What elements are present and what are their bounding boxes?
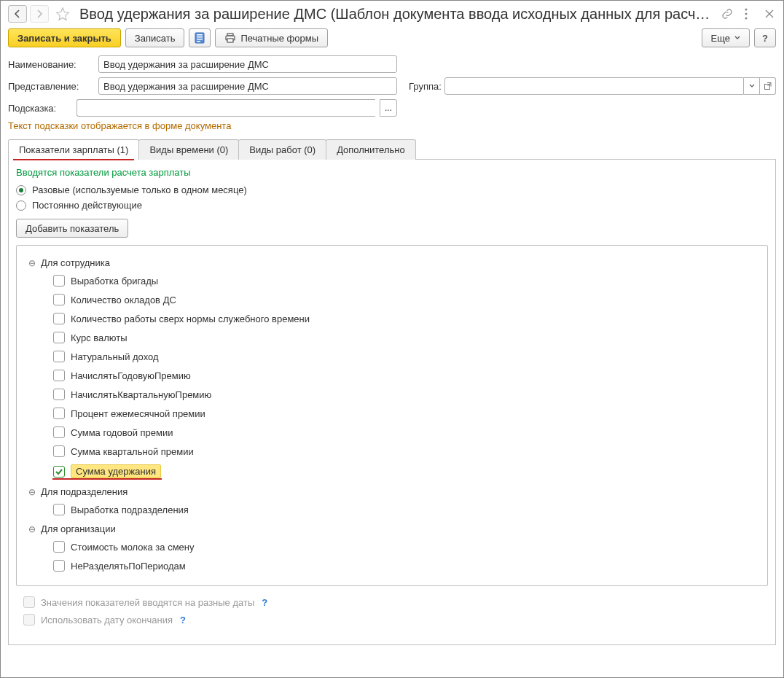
more-label: Еще <box>711 33 730 44</box>
save-button[interactable]: Записать <box>125 28 185 47</box>
tree-item[interactable]: Сумма годовой премии <box>23 423 761 442</box>
item-label: Стоимость молока за смену <box>71 542 195 553</box>
forward-button[interactable] <box>30 5 49 23</box>
footer-opt2-label: Использовать дату окончания <box>41 615 173 626</box>
item-label: НачислятьКвартальнуюПремию <box>71 389 211 400</box>
item-label: Выработка бригады <box>71 276 158 287</box>
tree-item-selected[interactable]: Сумма удержания <box>23 461 761 482</box>
add-indicator-button[interactable]: Добавить показатель <box>16 219 128 238</box>
group-label: Группа: <box>409 81 442 92</box>
hint-input[interactable] <box>77 99 375 117</box>
back-button[interactable] <box>8 5 27 23</box>
svg-rect-5 <box>197 36 203 38</box>
svg-point-0 <box>745 9 748 11</box>
tree-item[interactable]: Выработка бригады <box>23 271 761 290</box>
group-input[interactable] <box>444 77 744 95</box>
name-input[interactable] <box>98 55 397 73</box>
checkbox-checked[interactable] <box>53 466 65 478</box>
tree-item[interactable]: Курс валюты <box>23 328 761 347</box>
checkbox-disabled <box>23 614 35 626</box>
svg-point-1 <box>745 13 748 15</box>
tree-item[interactable]: НачислятьГодовуюПремию <box>23 366 761 385</box>
form-icon <box>195 32 205 44</box>
hint-open-button[interactable]: ... <box>380 99 397 117</box>
group-open-button[interactable] <box>760 77 776 95</box>
checkbox[interactable] <box>53 294 65 305</box>
kebab-menu-icon[interactable] <box>740 7 753 20</box>
checkbox[interactable] <box>53 504 65 515</box>
help-icon[interactable]: ? <box>262 597 267 608</box>
tree-item[interactable]: Натуральный доход <box>23 347 761 366</box>
tree-item[interactable]: Количество окладов ДС <box>23 290 761 309</box>
save-and-close-button[interactable]: Записать и закрыть <box>8 28 121 47</box>
group-dropdown-button[interactable] <box>744 77 760 95</box>
tree-item[interactable]: Количество работы сверх нормы служебного… <box>23 309 761 328</box>
checkbox[interactable] <box>53 408 65 419</box>
tab-label: Дополнительно <box>337 144 405 155</box>
svg-rect-10 <box>227 39 233 42</box>
checkbox[interactable] <box>53 370 65 381</box>
link-icon[interactable] <box>721 7 734 20</box>
close-icon[interactable] <box>763 7 776 20</box>
tab-label: Показатели зарплаты (1) <box>19 144 128 155</box>
tree-item[interactable]: Сумма квартальной премии <box>23 442 761 461</box>
active-marker <box>13 159 134 160</box>
tree-item[interactable]: НеРазделятьПоПериодам <box>23 556 761 575</box>
item-label-highlighted: Сумма удержания <box>71 464 161 478</box>
group-label: Для сотрудника <box>41 257 110 268</box>
checkbox[interactable] <box>53 560 65 572</box>
tree-item[interactable]: Процент ежемесячной премии <box>23 404 761 423</box>
collapse-icon: ⊖ <box>27 524 36 534</box>
checkbox-disabled <box>23 596 35 608</box>
chevron-down-icon <box>734 36 740 40</box>
tree-item[interactable]: Выработка подразделения <box>23 500 761 519</box>
svg-rect-4 <box>197 34 203 36</box>
tree-group-employee[interactable]: ⊖ Для сотрудника <box>23 253 761 271</box>
form-button[interactable] <box>189 28 211 47</box>
tree-group-organization[interactable]: ⊖ Для организации <box>23 519 761 537</box>
tab-label: Виды работ (0) <box>249 144 315 155</box>
item-label: Количество окладов ДС <box>71 295 176 305</box>
chevron-down-icon <box>749 84 755 88</box>
favorite-star-icon[interactable] <box>55 6 71 22</box>
help-button[interactable]: ? <box>754 28 776 47</box>
tree-group-department[interactable]: ⊖ Для подразделения <box>23 482 761 500</box>
svg-rect-7 <box>197 41 200 42</box>
collapse-icon: ⊖ <box>27 487 36 496</box>
item-label: Сумма годовой премии <box>71 427 173 438</box>
checkbox[interactable] <box>53 332 65 343</box>
checkbox[interactable] <box>53 445 65 457</box>
tab-work-types[interactable]: Виды работ (0) <box>238 139 326 160</box>
tab-additional[interactable]: Дополнительно <box>326 139 416 160</box>
svg-rect-9 <box>227 34 233 36</box>
save-label: Записать <box>135 33 176 44</box>
print-forms-button[interactable]: Печатные формы <box>215 28 328 47</box>
help-icon[interactable]: ? <box>180 615 186 626</box>
more-button[interactable]: Еще <box>702 28 750 47</box>
tree-item[interactable]: НачислятьКвартальнуюПремию <box>23 385 761 404</box>
hint-ellipsis: ... <box>385 103 392 113</box>
checkbox[interactable] <box>53 275 65 287</box>
collapse-icon: ⊖ <box>27 258 36 268</box>
tab-time-types[interactable]: Виды времени (0) <box>138 139 239 160</box>
checkbox[interactable] <box>53 313 65 324</box>
checkbox[interactable] <box>53 541 65 553</box>
item-label: Курс валюты <box>71 332 128 343</box>
radio-const[interactable]: Постоянно действующие <box>16 198 768 213</box>
radio-once[interactable]: Разовые (используемые только в одном мес… <box>16 182 768 198</box>
arrow-left-icon <box>13 9 22 18</box>
svg-point-2 <box>745 17 748 20</box>
group-label: Для подразделения <box>41 486 128 497</box>
selection-marker <box>52 478 162 480</box>
present-input[interactable] <box>98 77 397 95</box>
checkbox[interactable] <box>53 389 65 400</box>
tree-item[interactable]: Стоимость молока за смену <box>23 537 761 556</box>
add-indicator-label: Добавить показатель <box>26 223 119 234</box>
print-forms-label: Печатные формы <box>240 33 318 44</box>
svg-rect-6 <box>197 39 203 40</box>
checkbox[interactable] <box>53 426 65 438</box>
radio-const-label: Постоянно действующие <box>32 200 142 211</box>
checkbox[interactable] <box>53 351 65 362</box>
panel-heading: Вводятся показатели расчета зарплаты <box>16 167 768 178</box>
tab-salary-indicators[interactable]: Показатели зарплаты (1) <box>8 139 139 160</box>
